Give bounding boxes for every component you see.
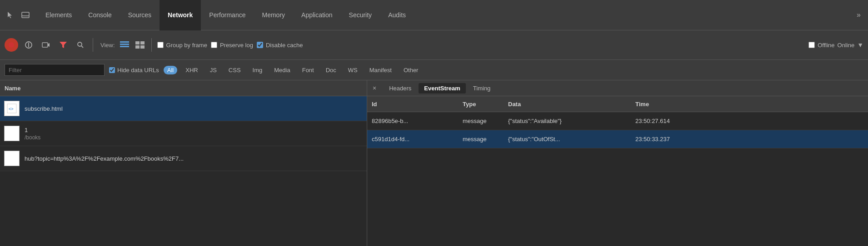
file-icon-books <box>4 125 20 142</box>
network-toolbar: View: Group by frame Preserve log Disabl… <box>0 30 868 60</box>
tab-elements[interactable]: Elements <box>37 0 80 30</box>
type-btn-doc[interactable]: Doc <box>322 66 340 74</box>
svg-rect-5 <box>42 43 48 47</box>
dock-icon[interactable] <box>19 9 32 21</box>
type-btn-ws[interactable]: WS <box>344 66 361 74</box>
svg-rect-11 <box>120 44 129 45</box>
event-col-data-header: Data <box>508 101 635 108</box>
screenshot-button[interactable] <box>39 38 53 52</box>
type-btn-media[interactable]: Media <box>270 66 294 74</box>
disable-cache-checkbox[interactable] <box>257 42 263 48</box>
disable-cache-checkbox-group[interactable]: Disable cache <box>257 42 303 49</box>
view-label: View: <box>100 42 115 49</box>
cursor-icon[interactable] <box>4 9 16 21</box>
event-cell-id-2: c591d1d4-fd... <box>372 136 463 143</box>
hide-data-urls-checkbox[interactable] <box>109 67 115 73</box>
filter-button[interactable] <box>56 38 70 52</box>
network-list-header: Name <box>0 80 367 96</box>
filter-input[interactable] <box>5 64 105 76</box>
tab-eventstream[interactable]: EventStream <box>419 83 465 93</box>
preserve-log-checkbox-group[interactable]: Preserve log <box>211 42 253 49</box>
event-cell-data-1: {"status":"Available"} <box>508 118 635 124</box>
tab-sources[interactable]: Sources <box>120 0 160 30</box>
view-large-button[interactable] <box>134 39 146 51</box>
svg-rect-13 <box>135 41 140 44</box>
event-cell-id-1: 82896b5e-b... <box>372 118 463 124</box>
clear-button[interactable] <box>22 38 35 52</box>
type-btn-all[interactable]: All <box>164 66 177 74</box>
event-table: Id Type Data Time 82896b5e-b... message … <box>367 96 868 246</box>
tab-application[interactable]: Application <box>293 0 341 30</box>
name-column-header: Name <box>5 85 20 92</box>
type-btn-other[interactable]: Other <box>400 66 422 74</box>
network-row-subscribe[interactable]: <> subscribe.html <box>0 96 367 121</box>
toolbar-separator-2 <box>151 38 152 52</box>
network-row-hub-text: hub?topic=http%3A%2F%2Fexample.com%2Fboo… <box>25 155 184 162</box>
tab-network[interactable]: Network <box>160 0 201 30</box>
svg-point-8 <box>78 42 82 46</box>
svg-rect-15 <box>135 45 140 49</box>
throttle-wrapper: Offline Online ▼ <box>808 41 863 49</box>
svg-text:<>: <> <box>9 107 14 111</box>
network-row-books-subtext: /books <box>25 134 40 141</box>
more-tabs-button[interactable]: » <box>853 11 864 19</box>
svg-rect-0 <box>22 12 29 18</box>
event-col-id-header: Id <box>372 101 463 108</box>
svg-rect-10 <box>120 41 129 43</box>
type-btn-img[interactable]: Img <box>249 66 266 74</box>
detail-tabs: × Headers EventStream Timing <box>367 80 868 96</box>
network-list: Name <> subscribe.html 1 <box>0 80 367 246</box>
tab-memory[interactable]: Memory <box>254 0 293 30</box>
search-button[interactable] <box>74 38 87 52</box>
network-row-hub[interactable]: hub?topic=http%3A%2F%2Fexample.com%2Fboo… <box>0 146 367 171</box>
group-by-frame-checkbox[interactable] <box>157 42 164 48</box>
offline-checkbox[interactable] <box>808 42 815 48</box>
type-btn-css[interactable]: CSS <box>225 66 244 74</box>
type-btn-manifest[interactable]: Manifest <box>366 66 395 74</box>
svg-rect-14 <box>140 41 145 44</box>
group-by-frame-checkbox-group[interactable]: Group by frame <box>157 42 207 49</box>
network-row-subscribe-text: subscribe.html <box>25 105 63 112</box>
hide-data-urls-checkbox-group[interactable]: Hide data URLs <box>109 67 159 74</box>
tab-timing[interactable]: Timing <box>468 83 496 93</box>
tab-headers[interactable]: Headers <box>384 83 417 93</box>
event-cell-time-2: 23:50:33.237 <box>635 136 863 143</box>
tab-audits[interactable]: Audits <box>380 0 414 30</box>
svg-marker-7 <box>60 42 67 48</box>
tab-console[interactable]: Console <box>80 0 120 30</box>
toolbar-separator-1 <box>93 38 93 52</box>
network-row-books[interactable]: 1 /books <box>0 121 367 146</box>
online-label: Online <box>838 42 855 49</box>
detail-panel: × Headers EventStream Timing Id Type Dat… <box>367 80 868 246</box>
file-icon-hub <box>4 150 20 167</box>
svg-line-9 <box>81 46 83 48</box>
tab-security[interactable]: Security <box>341 0 380 30</box>
event-cell-data-2: {"status":"OutOfSt... <box>508 136 635 143</box>
file-icon-subscribe: <> <box>4 100 20 117</box>
network-row-subscribe-name: subscribe.html <box>25 105 63 112</box>
event-cell-time-1: 23:50:27.614 <box>635 118 863 124</box>
svg-rect-12 <box>120 46 129 47</box>
event-col-time-header: Time <box>635 101 863 108</box>
filter-row: Hide data URLs All XHR JS CSS Img Media … <box>0 60 868 80</box>
type-btn-js[interactable]: JS <box>206 66 220 74</box>
event-col-type-header: Type <box>463 101 508 108</box>
throttle-dropdown-arrow[interactable]: ▼ <box>857 41 863 49</box>
event-table-header: Id Type Data Time <box>367 96 868 112</box>
event-cell-type-1: message <box>463 118 508 124</box>
tab-performance[interactable]: Performance <box>201 0 254 30</box>
close-detail-button[interactable]: × <box>371 84 378 93</box>
record-button[interactable] <box>5 38 18 52</box>
event-cell-type-2: message <box>463 136 508 143</box>
view-list-button[interactable] <box>119 39 130 51</box>
network-row-books-name: 1 <box>25 127 40 133</box>
tab-bar: Elements Console Sources Network Perform… <box>0 0 868 30</box>
main-content: Name <> subscribe.html 1 <box>0 80 868 246</box>
event-row-2[interactable]: c591d1d4-fd... message {"status":"OutOfS… <box>367 130 868 148</box>
type-btn-xhr[interactable]: XHR <box>182 66 201 74</box>
offline-checkbox-group[interactable]: Offline <box>808 42 834 49</box>
event-row-1[interactable]: 82896b5e-b... message {"status":"Availab… <box>367 112 868 130</box>
svg-point-2 <box>9 42 14 48</box>
type-btn-font[interactable]: Font <box>299 66 318 74</box>
preserve-log-checkbox[interactable] <box>211 42 217 48</box>
